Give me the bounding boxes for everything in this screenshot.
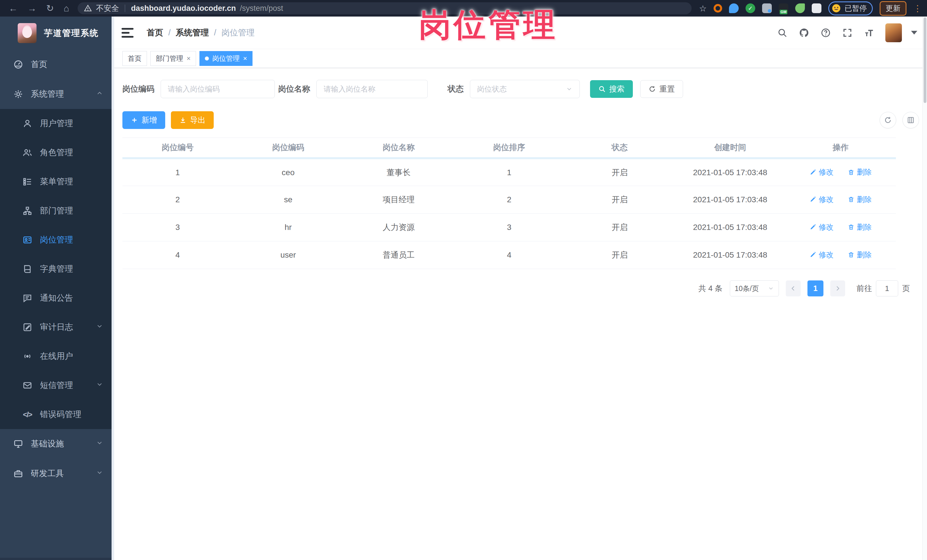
- sidebar-item-menus[interactable]: 菜单管理: [0, 167, 114, 196]
- extension-gm-icon[interactable]: GM: [779, 3, 788, 13]
- breadcrumb-home[interactable]: 首页: [147, 27, 163, 38]
- sidebar-item-users[interactable]: 用户管理: [0, 109, 114, 138]
- search-icon[interactable]: [777, 27, 788, 38]
- extension-tabs-icon[interactable]: [762, 3, 772, 13]
- browser-home-icon[interactable]: ⌂: [64, 4, 69, 13]
- column-header[interactable]: 岗位名称: [343, 138, 454, 158]
- sidebar-item-online-users[interactable]: 在线用户: [0, 342, 114, 371]
- reset-button[interactable]: 重置: [640, 80, 683, 98]
- tab-label: 首页: [128, 54, 141, 63]
- sidebar-item-dev-tools[interactable]: 研发工具: [0, 459, 114, 489]
- delete-link[interactable]: 删除: [848, 167, 872, 177]
- edit-link[interactable]: 修改: [810, 167, 833, 177]
- delete-link[interactable]: 删除: [848, 222, 872, 232]
- sidebar-item-posts[interactable]: 岗位管理: [0, 225, 114, 255]
- toolbox-icon: [13, 469, 23, 479]
- sidebar-item-home[interactable]: 首页: [0, 50, 114, 79]
- user-avatar[interactable]: [885, 23, 902, 42]
- url-divider: [125, 5, 125, 12]
- delete-link[interactable]: 删除: [848, 250, 872, 260]
- tab-dept-management[interactable]: 部门管理 ×: [150, 51, 196, 66]
- column-header[interactable]: 岗位排序: [454, 138, 564, 158]
- post-code-input[interactable]: [161, 80, 275, 98]
- cell-post-id: 2: [122, 186, 233, 214]
- extension-blue-drop-icon[interactable]: [729, 3, 739, 13]
- sidebar-item-system[interactable]: 系统管理: [0, 79, 114, 109]
- status-group: 状态 岗位状态: [448, 80, 580, 98]
- sidebar-item-notice[interactable]: 通知公告: [0, 284, 114, 313]
- column-header[interactable]: 操作: [786, 138, 896, 158]
- close-icon[interactable]: ×: [187, 55, 191, 62]
- help-icon[interactable]: [820, 27, 831, 38]
- url-path[interactable]: /system/post: [240, 4, 283, 13]
- url-bar[interactable]: 不安全 dashboard.yudao.iocoder.cn /system/p…: [78, 2, 691, 14]
- page-size-select[interactable]: 10条/页: [730, 281, 779, 296]
- sidebar-item-depts[interactable]: 部门管理: [0, 196, 114, 225]
- columns-icon: [907, 116, 915, 124]
- goto-page-input[interactable]: [876, 281, 898, 296]
- next-page-button[interactable]: [830, 281, 845, 296]
- sidebar-item-label: 审计日志: [40, 322, 73, 333]
- page-scrollbar[interactable]: [922, 17, 927, 560]
- table-row[interactable]: 2 se 项目经理 2 开启 2021-01-05 17:03:48 修改: [122, 186, 896, 214]
- url-host[interactable]: dashboard.yudao.iocoder.cn: [131, 4, 236, 13]
- edit-link[interactable]: 修改: [810, 222, 833, 232]
- cell-created-time: 2021-01-05 17:03:48: [675, 186, 785, 214]
- sidebar-item-roles[interactable]: 角色管理: [0, 138, 114, 167]
- browser-back-icon[interactable]: ←: [9, 4, 18, 13]
- close-icon[interactable]: ×: [243, 55, 247, 62]
- status-select[interactable]: 岗位状态: [470, 80, 580, 98]
- sidebar-item-error-codes[interactable]: </> 错误码管理: [0, 400, 114, 429]
- column-header[interactable]: 创建时间: [675, 138, 785, 158]
- sidebar-item-sms[interactable]: 短信管理: [0, 371, 114, 400]
- table-row[interactable]: 1 ceo 董事长 1 开启 2021-01-05 17:03:48 修改: [122, 158, 896, 186]
- refresh-table-button[interactable]: [880, 112, 896, 128]
- scrollbar-thumb[interactable]: [924, 17, 926, 103]
- browser-update-button[interactable]: 更新: [880, 1, 906, 16]
- sidebar-item-audit-log[interactable]: 审计日志: [0, 313, 114, 342]
- extension-orange-icon[interactable]: [714, 4, 722, 12]
- table-row[interactable]: 4 user 普通员工 4 开启 2021-01-05 17:03:48 修改: [122, 241, 896, 269]
- hamburger-icon[interactable]: [122, 28, 134, 38]
- extension-sprout-icon[interactable]: [795, 3, 805, 13]
- pencil-icon: [810, 224, 816, 231]
- column-settings-button[interactable]: [903, 112, 919, 128]
- extensions-puzzle-icon[interactable]: [812, 3, 821, 13]
- edit-link[interactable]: 修改: [810, 194, 833, 205]
- font-size-icon[interactable]: [864, 27, 874, 38]
- fullscreen-icon[interactable]: [842, 27, 853, 38]
- extension-green-check-icon[interactable]: ✓: [746, 3, 755, 13]
- breadcrumb-separator: /: [214, 28, 216, 37]
- edit-log-icon: [22, 322, 32, 332]
- tab-post-management[interactable]: 岗位管理 ×: [199, 51, 252, 66]
- cell-post-status: 开启: [564, 158, 675, 186]
- column-header[interactable]: 岗位编号: [122, 138, 233, 158]
- github-icon[interactable]: [799, 27, 810, 38]
- table-row[interactable]: 3 hr 人力资源 3 开启 2021-01-05 17:03:48 修改: [122, 214, 896, 241]
- export-button[interactable]: 导出: [171, 111, 214, 129]
- add-button[interactable]: 新增: [122, 111, 165, 129]
- search-button[interactable]: 搜索: [590, 80, 633, 98]
- browser-reload-icon[interactable]: ↻: [46, 4, 54, 13]
- browser-menu-icon[interactable]: ⋮: [913, 3, 922, 14]
- column-header[interactable]: 状态: [564, 138, 675, 158]
- sidebar-item-dict[interactable]: 字典管理: [0, 255, 114, 284]
- tab-home[interactable]: 首页: [122, 51, 147, 66]
- app-logo-row[interactable]: 芋道管理系统: [0, 17, 114, 50]
- breadcrumb-system[interactable]: 系统管理: [176, 27, 209, 38]
- app-logo: [18, 23, 36, 43]
- caret-down-icon[interactable]: [911, 31, 917, 35]
- delete-link[interactable]: 删除: [848, 194, 872, 205]
- security-label[interactable]: 不安全: [96, 3, 119, 14]
- prev-page-button[interactable]: [786, 281, 801, 296]
- column-header[interactable]: 岗位编码: [233, 138, 343, 158]
- edit-link[interactable]: 修改: [810, 250, 833, 260]
- chevron-up-icon: [96, 90, 103, 99]
- post-name-input[interactable]: [316, 80, 428, 98]
- cell-post-name: 董事长: [343, 158, 454, 186]
- page-number-button[interactable]: 1: [807, 281, 824, 296]
- sidebar-item-infrastructure[interactable]: 基础设施: [0, 429, 114, 459]
- paused-badge[interactable]: 已暂停: [828, 2, 873, 15]
- browser-forward-icon[interactable]: →: [27, 4, 36, 13]
- bookmark-star-icon[interactable]: ☆: [699, 3, 707, 14]
